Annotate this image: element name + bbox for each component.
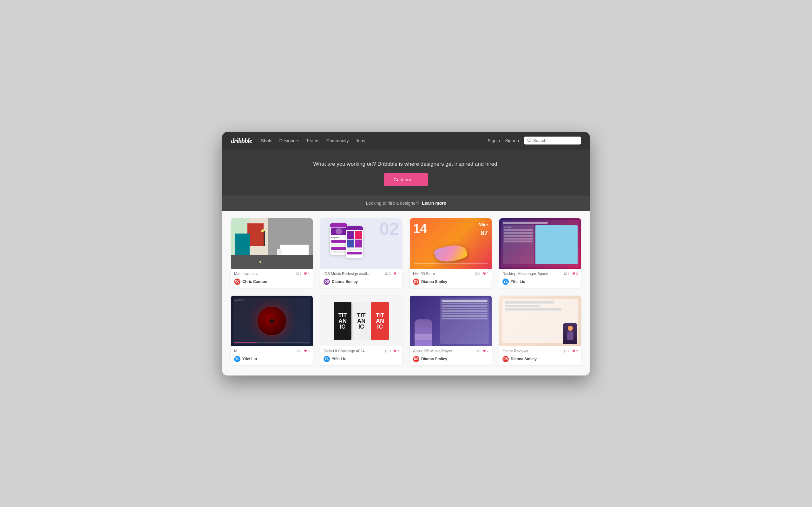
shot-thumbnail[interactable]: 02 Popular [320, 218, 402, 269]
nav-jobs[interactable]: Jobs [356, 138, 365, 143]
author-name[interactable]: Dianna Smiley [511, 357, 537, 361]
nav-right: Signin Signup [488, 136, 581, 145]
shot-title: Game Reviews [502, 349, 528, 353]
comment-count: 1 [474, 272, 480, 276]
shot-card: Matthews asia 1 2 CC Chris Cannon [231, 218, 313, 288]
comment-count: 0 [385, 272, 391, 276]
comment-count: 1 [296, 272, 301, 276]
like-count: 1 [393, 272, 399, 276]
shot-title: iOS Music Redesign avail... [323, 272, 370, 276]
nav-community[interactable]: Community [326, 138, 349, 143]
shot-stats: 0 2 [385, 349, 399, 353]
comment-count: 2 [474, 349, 480, 353]
shot-thumbnail[interactable]: TITANIC TITANIC TITANIC [320, 296, 402, 346]
shot-title: Daily UI Challenge #024 ... [323, 349, 369, 353]
like-count: 3 [304, 349, 310, 353]
like-count: 2 [304, 272, 310, 276]
shot-thumbnail[interactable]: RECENT [499, 218, 581, 269]
shot-stats: 1 3 [564, 272, 578, 276]
author-name[interactable]: Dianna Smiley [421, 279, 447, 284]
author-name[interactable]: Yifei Liu [511, 279, 525, 284]
signin-button[interactable]: Signin [488, 138, 500, 143]
shot-title: Matthews asia [234, 272, 258, 276]
author-avatar: CC [234, 279, 241, 285]
nav-designers[interactable]: Designers [279, 138, 299, 143]
comment-count: 2 [564, 349, 570, 353]
author-avatar: DS [502, 356, 509, 362]
shot-author: YL Yifei Liu [231, 354, 313, 365]
comment-count: 0 [385, 349, 391, 353]
shot-meta: M. 2 3 [231, 346, 313, 354]
shot-meta: Desktop Messenger Spaces... 1 3 [499, 269, 581, 277]
shot-card: 14 Nike 87 Nike90 Store 1 2 DS Dia [410, 218, 492, 288]
comment-count: 1 [564, 272, 570, 276]
shot-card: RECENT Desktop Messenger Spaces... 1 3 [499, 218, 581, 288]
shot-author: CC Chris Cannon [231, 277, 313, 288]
shot-title: M. [234, 349, 238, 353]
browser-window: dribbble Shots Designers Teams Community… [222, 132, 590, 376]
shot-meta: Daily UI Challenge #024 ... 0 2 [320, 346, 402, 354]
author-avatar: DS [323, 279, 330, 285]
shot-author: DS Dianna Smiley [410, 354, 492, 365]
svg-point-0 [527, 139, 530, 142]
navbar: dribbble Shots Designers Teams Community… [222, 132, 590, 150]
author-name[interactable]: Yifei Liu [332, 357, 346, 361]
shot-stats: 2 2 [564, 349, 578, 353]
hire-text: Looking to hire a designer? [366, 201, 420, 206]
shot-author: DS Dianna Smiley [410, 277, 492, 288]
like-count: 3 [572, 272, 578, 276]
shot-meta: Matthews asia 1 2 [231, 269, 313, 277]
signup-button[interactable]: Signup [505, 138, 519, 143]
shot-meta: Apple OS Music Player 2 2 [410, 346, 492, 354]
shot-meta: Nike90 Store 1 2 [410, 269, 492, 277]
shot-author: DS Dianna Smiley [499, 354, 581, 365]
shot-author: YL Yifei Liu [499, 277, 581, 288]
nav-links: Shots Designers Teams Community Jobs [261, 138, 488, 143]
shot-meta: iOS Music Redesign avail... 0 1 [320, 269, 402, 277]
shot-stats: 1 2 [296, 272, 310, 276]
like-count: 2 [483, 349, 489, 353]
author-avatar: YL [234, 356, 241, 362]
continue-button[interactable]: Continue → [384, 173, 428, 186]
author-name[interactable]: Dianna Smiley [421, 357, 447, 361]
search-box [524, 136, 581, 145]
shot-thumbnail[interactable]: 14 Nike 87 [410, 218, 492, 269]
author-name[interactable]: Yifei Liu [242, 357, 257, 361]
search-icon [527, 138, 531, 143]
search-input[interactable] [533, 138, 578, 143]
author-name[interactable]: Chris Cannon [242, 279, 267, 284]
shot-meta: Game Reviews 2 2 [499, 346, 581, 354]
hero-section: What are you working on? Dribbble is whe… [222, 150, 590, 195]
shot-title: Nike90 Store [413, 272, 435, 276]
like-count: 2 [572, 349, 578, 353]
logo[interactable]: dribbble [231, 136, 252, 145]
author-avatar: DS [413, 279, 419, 285]
shot-thumbnail[interactable]: ▶ PLAY [231, 296, 313, 346]
shot-card: Apple OS Music Player 2 2 DS Dianna Smil… [410, 296, 492, 365]
shot-author: YL Yifei Liu [320, 354, 402, 365]
shot-thumbnail[interactable] [410, 296, 492, 346]
like-count: 2 [393, 349, 399, 353]
shot-title: Apple OS Music Player [413, 349, 452, 353]
shot-stats: 2 2 [474, 349, 489, 353]
shot-card: Game Reviews 2 2 DS Dianna Smiley [499, 296, 581, 365]
author-avatar: YL [323, 356, 330, 362]
comment-count: 2 [296, 349, 301, 353]
svg-line-1 [530, 141, 531, 143]
shot-card: 02 Popular [320, 218, 402, 288]
shot-author: DS Dianna Smiley [320, 277, 402, 288]
hero-text: What are you working on? Dribbble is whe… [229, 161, 583, 167]
shots-grid: Matthews asia 1 2 CC Chris Cannon 02 [222, 211, 590, 376]
shot-stats: 1 2 [474, 272, 489, 276]
nav-shots[interactable]: Shots [261, 138, 272, 143]
learn-more-link[interactable]: Learn more [422, 201, 446, 206]
like-count: 2 [483, 272, 489, 276]
shot-thumbnail[interactable] [499, 296, 581, 346]
author-name[interactable]: Dianna Smiley [332, 279, 358, 284]
shot-stats: 2 3 [296, 349, 310, 353]
shot-stats: 0 1 [385, 272, 399, 276]
nav-teams[interactable]: Teams [306, 138, 319, 143]
shot-title: Desktop Messenger Spaces... [502, 272, 553, 276]
shot-card: TITANIC TITANIC TITANIC Daily UI Challen… [320, 296, 402, 365]
shot-thumbnail[interactable] [231, 218, 313, 269]
